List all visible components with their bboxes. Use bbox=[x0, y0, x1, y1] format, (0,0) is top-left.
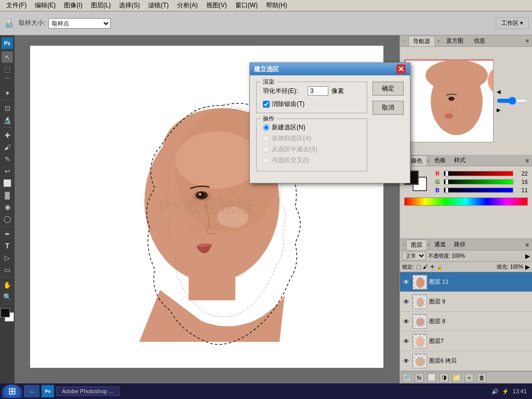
nav-panel-menu[interactable]: ≡ bbox=[526, 38, 529, 44]
color-panel-menu[interactable]: ≡ bbox=[526, 157, 529, 164]
lock-move-icon[interactable]: ✛ bbox=[430, 264, 434, 270]
add-selection-radio-row[interactable]: 添加到选区(A) bbox=[263, 134, 361, 143]
tab-swatches[interactable]: 色板 bbox=[430, 155, 450, 165]
zoom-tool[interactable]: 🔍 bbox=[2, 291, 13, 302]
layers-panel-menu[interactable]: ≡ bbox=[526, 242, 529, 248]
opacity-arrow[interactable]: ▶ bbox=[525, 252, 530, 260]
dialog-close-button[interactable]: ✕ bbox=[396, 64, 406, 74]
layer-eye-6[interactable]: 👁 bbox=[402, 357, 410, 365]
layer-row-9[interactable]: 👁 图层 9 bbox=[400, 292, 532, 312]
layer-row-11[interactable]: 👁 图层 11 bbox=[400, 272, 532, 292]
layer-eye-11[interactable]: 👁 bbox=[402, 278, 410, 286]
blur-tool[interactable]: ◉ bbox=[2, 201, 13, 212]
ok-button[interactable]: 确定 bbox=[373, 82, 404, 96]
hand-tool[interactable]: ✋ bbox=[2, 279, 13, 290]
eyedropper-tool-icon[interactable]: 🔬 bbox=[3, 17, 16, 30]
antialias-checkbox[interactable] bbox=[263, 101, 270, 108]
fill-arrow[interactable]: ▶ bbox=[525, 263, 530, 271]
workspace-button[interactable]: 工作区 ▾ bbox=[496, 17, 529, 29]
intersect-selection-radio[interactable] bbox=[263, 157, 270, 164]
lock-brush-icon[interactable]: 🖌 bbox=[423, 264, 428, 270]
new-selection-radio[interactable] bbox=[263, 124, 270, 131]
layer-mode-select[interactable]: 正常 bbox=[402, 251, 426, 260]
delete-layer-btn[interactable]: 🗑 bbox=[477, 373, 486, 382]
history-brush-tool[interactable]: ↩ bbox=[2, 165, 13, 177]
menu-view[interactable]: 视图(V) bbox=[202, 0, 231, 11]
dodge-tool[interactable]: ◯ bbox=[2, 213, 13, 224]
intersect-selection-radio-row[interactable]: 与选区交叉(I) bbox=[263, 156, 361, 165]
color-picker[interactable] bbox=[1, 308, 14, 322]
adjustment-layer-btn[interactable]: ◑ bbox=[440, 373, 449, 382]
svg-point-9 bbox=[217, 207, 248, 228]
healing-brush-tool[interactable]: ✚ bbox=[2, 129, 13, 141]
layer-eye-8[interactable]: 👁 bbox=[402, 317, 410, 326]
crop-tool[interactable]: ⊡ bbox=[2, 102, 13, 114]
antialias-label: 消除锯齿(T) bbox=[272, 100, 304, 109]
foreground-color[interactable] bbox=[1, 308, 10, 317]
pen-tool[interactable]: ✒ bbox=[2, 228, 13, 240]
tab-styles[interactable]: 样式 bbox=[450, 155, 470, 165]
gradient-tool[interactable]: ▓ bbox=[2, 189, 13, 201]
tab-channels[interactable]: 通道 bbox=[430, 240, 450, 249]
layer-style-btn[interactable]: fx bbox=[415, 373, 424, 382]
start-button[interactable]: ⊞ bbox=[2, 384, 22, 398]
menu-layer[interactable]: 图层(L) bbox=[87, 0, 115, 11]
add-selection-label: 添加到选区(A) bbox=[272, 134, 311, 143]
color-spectrum[interactable] bbox=[404, 197, 528, 206]
magic-wand-tool[interactable]: ✦ bbox=[2, 87, 13, 99]
layer-row-7[interactable]: 👁 图层7 bbox=[400, 331, 532, 351]
menu-analysis[interactable]: 分析(A) bbox=[173, 0, 202, 11]
nav-content: ◀ ▶ bbox=[400, 47, 532, 155]
link-layers-btn[interactable]: 🔗 bbox=[402, 373, 411, 382]
brush-tool[interactable]: 🖌 bbox=[2, 141, 13, 153]
layer-row-8[interactable]: 👁 图层 8 bbox=[400, 312, 532, 331]
layer-eye-9[interactable]: 👁 bbox=[402, 298, 410, 306]
cancel-button[interactable]: 取消 bbox=[373, 101, 404, 115]
layer-group-btn[interactable]: 📁 bbox=[452, 373, 461, 382]
lock-all-icon[interactable]: 🔒 bbox=[436, 264, 443, 270]
g-slider[interactable] bbox=[444, 179, 513, 184]
menu-filter[interactable]: 滤镜(T) bbox=[144, 0, 172, 11]
tab-histogram[interactable]: 直方图 bbox=[442, 36, 468, 46]
feather-input[interactable] bbox=[308, 86, 328, 96]
menu-window[interactable]: 窗口(W) bbox=[231, 0, 262, 11]
menu-file[interactable]: 文件(F) bbox=[2, 0, 31, 11]
new-layer-btn[interactable]: + bbox=[464, 373, 474, 382]
sample-size-select[interactable]: 取样点 bbox=[48, 18, 111, 29]
selection-tool[interactable]: ⬚ bbox=[2, 63, 13, 75]
menu-help[interactable]: 帮助(H) bbox=[262, 0, 291, 11]
tab-navigator[interactable]: 导航器 bbox=[408, 36, 435, 46]
eraser-tool[interactable]: ⬜ bbox=[2, 177, 13, 189]
add-selection-radio[interactable] bbox=[263, 135, 270, 142]
antialias-row[interactable]: 消除锯齿(T) bbox=[263, 100, 361, 109]
b-slider[interactable] bbox=[444, 188, 513, 193]
shape-tool[interactable]: ▭ bbox=[2, 264, 13, 275]
layer-eye-7[interactable]: 👁 bbox=[402, 337, 410, 345]
layer-row-6[interactable]: 👁 图层6 拷贝 bbox=[400, 351, 532, 371]
lasso-tool[interactable]: ⌒ bbox=[2, 75, 13, 87]
clone-stamp-tool[interactable]: ✎ bbox=[2, 153, 13, 165]
eyedropper-tool[interactable]: 🔬 bbox=[2, 114, 13, 126]
type-tool[interactable]: T bbox=[2, 240, 13, 251]
tab-info[interactable]: 信息 bbox=[470, 36, 489, 46]
path-selection-tool[interactable]: ▷ bbox=[2, 252, 13, 263]
r-slider[interactable] bbox=[444, 171, 513, 176]
menu-image[interactable]: 图像(I) bbox=[60, 0, 86, 11]
menu-select[interactable]: 选择(S) bbox=[115, 0, 144, 11]
nav-zoom-slider[interactable] bbox=[497, 97, 528, 105]
taskbar-photoshop-item[interactable]: Adobe Photoshop ... bbox=[56, 387, 119, 396]
nav-zoom-out[interactable]: ◀ bbox=[497, 89, 528, 95]
menu-edit[interactable]: 编辑(E) bbox=[31, 0, 60, 11]
new-selection-radio-row[interactable]: 新建选区(N) bbox=[263, 123, 361, 132]
feather-unit: 像素 bbox=[331, 87, 344, 96]
show-desktop-btn[interactable]: ▭ bbox=[24, 385, 39, 397]
subtract-selection-radio[interactable] bbox=[263, 146, 270, 153]
lock-transparent-icon[interactable]: ⬚ bbox=[416, 264, 421, 270]
tab-paths[interactable]: 路径 bbox=[450, 240, 470, 249]
layer-mask-btn[interactable]: ⬜ bbox=[427, 373, 436, 382]
move-tool[interactable]: ↖ bbox=[2, 51, 13, 63]
nav-zoom-in[interactable]: ▶ bbox=[497, 107, 528, 113]
subtract-selection-radio-row[interactable]: 从选区中减去(S) bbox=[263, 145, 361, 154]
tab-layers[interactable]: 图层 bbox=[406, 240, 427, 250]
navigator-panel: ≡ 导航器 × 直方图 信息 ≡ bbox=[400, 35, 532, 155]
